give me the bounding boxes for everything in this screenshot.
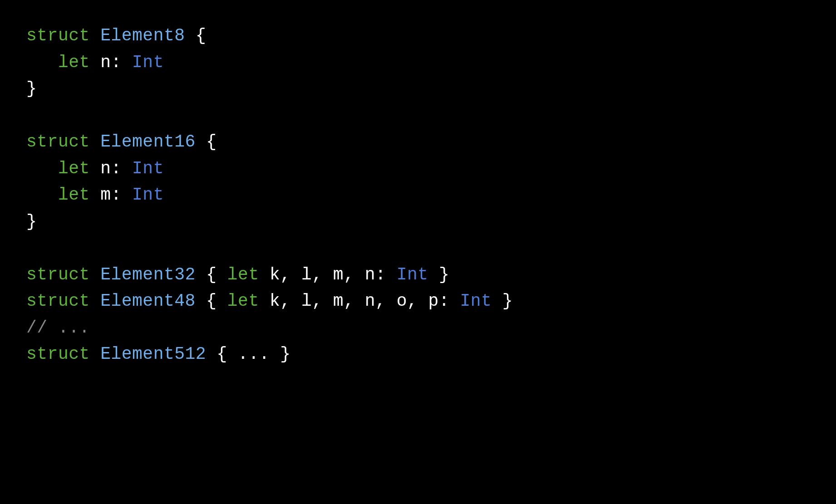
- code-token-type-name: Element16: [100, 132, 196, 152]
- code-token-keyword: let: [58, 159, 90, 178]
- code-token-punctuation: [90, 26, 100, 45]
- code-token-punctuation: [90, 265, 100, 284]
- code-line: struct Element8 {: [26, 23, 810, 49]
- code-token-identifier: n:: [90, 53, 132, 72]
- code-editor-view: struct Element8 { let n: Int} struct Ele…: [26, 23, 810, 368]
- code-token-punctuation: [90, 132, 100, 152]
- code-token-type: Int: [132, 159, 164, 178]
- code-token-punctuation: {: [185, 26, 207, 45]
- code-token-type: Int: [397, 265, 428, 284]
- code-line: let n: Int: [26, 156, 810, 182]
- code-line: let m: Int: [26, 182, 810, 209]
- code-token-keyword: let: [58, 185, 90, 205]
- code-token-punctuation: }: [26, 79, 37, 98]
- code-token-keyword: let: [58, 53, 90, 72]
- code-token-punctuation: { ... }: [206, 344, 290, 364]
- code-token-keyword: struct: [26, 265, 90, 284]
- code-token-keyword: let: [227, 291, 259, 311]
- code-line: [26, 103, 810, 129]
- code-line: struct Element512 { ... }: [26, 341, 810, 368]
- code-token-punctuation: }: [26, 212, 37, 231]
- code-token-type-name: Element512: [100, 344, 206, 364]
- code-token-punctuation: [26, 159, 58, 178]
- code-token-keyword: struct: [26, 344, 90, 364]
- code-token-type-name: Element32: [100, 265, 196, 284]
- code-token-type: Int: [460, 291, 492, 311]
- code-token-identifier: k, l, m, n:: [259, 265, 397, 284]
- code-token-punctuation: [90, 344, 100, 364]
- code-token-punctuation: [26, 53, 58, 72]
- code-token-punctuation: {: [196, 265, 227, 284]
- code-line: struct Element16 {: [26, 129, 810, 156]
- code-token-type: Int: [132, 53, 164, 72]
- code-token-punctuation: [26, 185, 58, 205]
- code-line: struct Element48 { let k, l, m, n, o, p:…: [26, 288, 810, 315]
- code-token-keyword: struct: [26, 291, 90, 311]
- code-line: [26, 235, 810, 262]
- code-line: }: [26, 76, 810, 103]
- code-token-type-name: Element48: [100, 291, 196, 311]
- code-token-type-name: Element8: [100, 26, 185, 45]
- code-token-identifier: n:: [90, 159, 132, 178]
- code-token-punctuation: }: [428, 265, 450, 284]
- code-line: struct Element32 { let k, l, m, n: Int }: [26, 262, 810, 289]
- code-token-punctuation: }: [492, 291, 513, 311]
- code-token-identifier: m:: [90, 185, 132, 205]
- code-token-comment: // ...: [26, 318, 90, 338]
- code-token-punctuation: {: [196, 132, 217, 152]
- code-token-keyword: struct: [26, 132, 90, 152]
- code-token-keyword: let: [227, 265, 259, 284]
- code-token-identifier: k, l, m, n, o, p:: [259, 291, 460, 311]
- code-line: // ...: [26, 315, 810, 342]
- code-token-punctuation: [90, 291, 100, 311]
- code-line: let n: Int: [26, 49, 810, 76]
- code-token-keyword: struct: [26, 26, 90, 45]
- code-token-type: Int: [132, 185, 164, 205]
- code-line: }: [26, 209, 810, 235]
- code-token-punctuation: {: [196, 291, 227, 311]
